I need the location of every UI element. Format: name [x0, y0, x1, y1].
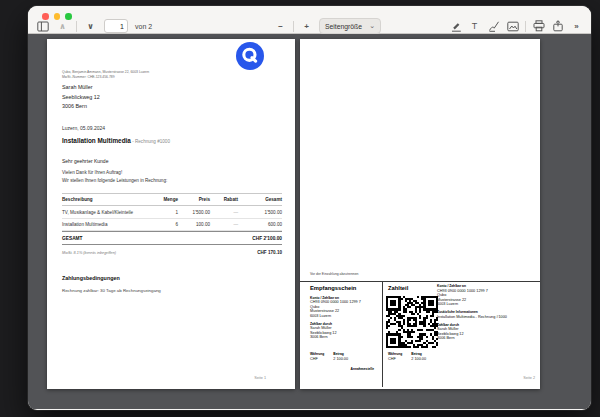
amount-value: 2 100.00 — [411, 357, 426, 362]
amount-value: 2 100.00 — [333, 357, 348, 362]
invoice-date: Luzern, 05.09.2024 — [62, 125, 105, 131]
vat-row: MwSt. 8.1% (bereits inbegriffen) CHF 170… — [62, 250, 282, 255]
zoom-level-select[interactable]: Seitengröße ⌄ — [319, 18, 381, 34]
recipient-name: Sarah Müller — [62, 83, 100, 93]
chevron-down-icon: ⌄ — [369, 22, 375, 30]
item-discount: — — [210, 222, 238, 227]
print-button[interactable] — [532, 19, 545, 34]
table-header-row: Beschreibung Menge Preis Rabatt Gesamt — [62, 193, 282, 206]
annotate-pen-icon — [450, 20, 462, 32]
invoice-page: Qubo, Benjamin Ammann, Musterstrasse 22,… — [47, 39, 295, 389]
total-value: CHF 2'100.00 — [252, 236, 282, 241]
creditor-city: 6003 Luzern — [310, 314, 376, 319]
table-row: TV, Musikanlage & Kabel/Kleinteile 1 1'5… — [62, 206, 282, 218]
currency-value: CHF — [388, 357, 402, 362]
toolbar-left-group: ∧ ∨ von 2 — [36, 18, 152, 34]
signature-button[interactable] — [487, 19, 500, 34]
page-number-input[interactable] — [104, 19, 128, 33]
media-button[interactable] — [506, 19, 519, 34]
share-icon — [552, 20, 564, 32]
item-total: 1'500.00 — [238, 210, 282, 215]
item-price: 100.00 — [178, 222, 210, 227]
col-header-description: Beschreibung — [62, 197, 156, 202]
invoice-number: - Rechnung #1000 — [131, 139, 170, 144]
col-header-qty: Menge — [156, 197, 178, 202]
total-row: GESAMT CHF 2'100.00 — [62, 231, 282, 245]
receipt-section: Empfangsschein Konto / Zahlbar an CH93 0… — [310, 285, 376, 340]
divider — [525, 21, 526, 32]
previous-page-button[interactable]: ∧ — [56, 19, 69, 34]
image-icon — [507, 21, 519, 32]
sender-vat-line: MwSt.-Nummer: CHE-123.456.789 — [62, 75, 149, 80]
divider — [293, 21, 294, 32]
item-price: 1'500.00 — [178, 210, 210, 215]
additional-info-value: Installation Multimedia - Rechnung #1000 — [437, 315, 533, 320]
item-total: 600.00 — [238, 222, 282, 227]
vat-value: CHF 170.10 — [257, 250, 282, 255]
page-number-footer: Seite 2 — [523, 376, 535, 380]
item-description: Installation Multimedia — [62, 222, 156, 227]
page-count-label: von 2 — [135, 23, 152, 30]
payment-terms-body: Rechnung zahlbar: 30 Tage ab Rechnungsei… — [62, 288, 161, 293]
sidebar-toggle-button[interactable] — [36, 19, 49, 34]
acceptance-point-label: Annahmestelle — [310, 367, 374, 371]
col-header-total: Gesamt — [238, 197, 282, 202]
item-qty: 1 — [156, 210, 178, 215]
payment-part-title: Zahlteil — [388, 285, 408, 292]
toolbar-zoom-group: − + Seitengröße ⌄ — [274, 18, 381, 34]
toolbar-right-group: T » — [449, 18, 583, 34]
zoom-in-button[interactable]: + — [300, 19, 313, 34]
table-row: Installation Multimedia 6 100.00 — 600.0… — [62, 219, 282, 231]
total-label: GESAMT — [62, 236, 252, 241]
intro-line-2: Wir stellen Ihnen folgende Leistungen in… — [62, 178, 167, 183]
annotate-button[interactable] — [449, 19, 462, 34]
text-tool-button[interactable]: T — [468, 19, 481, 34]
intro-line-1: Vielen Dank für Ihren Auftrag! — [62, 170, 122, 175]
more-tools-button[interactable]: » — [570, 19, 583, 34]
receipt-amounts: Währung CHF Betrag 2 100.00 — [310, 352, 348, 361]
share-button[interactable] — [551, 19, 564, 34]
sender-block: Qubo, Benjamin Ammann, Musterstrasse 22,… — [62, 70, 149, 79]
recipient-street: Seeblickweg 12 — [62, 93, 100, 103]
section-divider-line — [382, 281, 383, 387]
receipt-title: Empfangsschein — [310, 285, 376, 292]
text-tool-icon: T — [472, 21, 478, 31]
creditor-city: 6003 Luzern — [437, 302, 533, 307]
cut-note: Vor der Einzahlung abzutrennen — [310, 272, 358, 276]
greeting-line: Sehr geehrter Kunde — [62, 158, 108, 164]
separator-line — [300, 281, 540, 282]
vat-label: MwSt. 8.1% (bereits inbegriffen) — [62, 251, 116, 255]
zoom-level-value: Seitengröße — [325, 23, 362, 30]
item-description: TV, Musikanlage & Kabel/Kleinteile — [62, 210, 156, 215]
invoice-title: Installation Multimedia - Rechnung #1000 — [62, 137, 170, 144]
payment-amounts: Währung CHF Betrag 2 100.00 — [388, 352, 426, 361]
item-discount: — — [210, 210, 238, 215]
debtor-city: 3006 Bern — [310, 335, 376, 340]
currency-value: CHF — [310, 357, 324, 362]
printer-icon — [533, 20, 545, 32]
payment-terms-heading: Zahlungsbedingungen — [62, 275, 120, 281]
zoom-out-button[interactable]: − — [274, 19, 287, 34]
swiss-qr-code — [386, 296, 438, 348]
toolbar: ∧ ∨ von 2 − + Seitengröße ⌄ T — [28, 6, 591, 34]
qr-bill-page: Vor der Einzahlung abzutrennen Empfangss… — [300, 39, 540, 389]
payment-info-section: Konto / Zahlbar an CH93 0900 0000 1000 1… — [437, 284, 533, 341]
pdf-viewer-window: ∧ ∨ von 2 − + Seitengröße ⌄ T — [28, 6, 591, 410]
debtor-city: 3006 Bern — [437, 336, 533, 341]
company-logo — [236, 42, 264, 70]
page-number-footer: Seite 1 — [254, 376, 266, 380]
signature-pen-icon — [488, 20, 500, 32]
sender-line: Qubo, Benjamin Ammann, Musterstrasse 22,… — [62, 70, 149, 75]
col-header-price: Preis — [178, 197, 210, 202]
item-qty: 6 — [156, 222, 178, 227]
next-page-button[interactable]: ∨ — [84, 19, 97, 34]
recipient-city: 3006 Bern — [62, 102, 100, 112]
col-header-discount: Rabatt — [210, 197, 238, 202]
invoice-title-text: Installation Multimedia — [62, 137, 131, 144]
recipient-block: Sarah Müller Seeblickweg 12 3006 Bern — [62, 83, 100, 112]
line-items-table: Beschreibung Menge Preis Rabatt Gesamt T… — [62, 193, 282, 255]
sidebar-icon — [37, 21, 49, 32]
document-viewer[interactable]: Qubo, Benjamin Ammann, Musterstrasse 22,… — [28, 34, 591, 409]
divider — [76, 21, 77, 32]
